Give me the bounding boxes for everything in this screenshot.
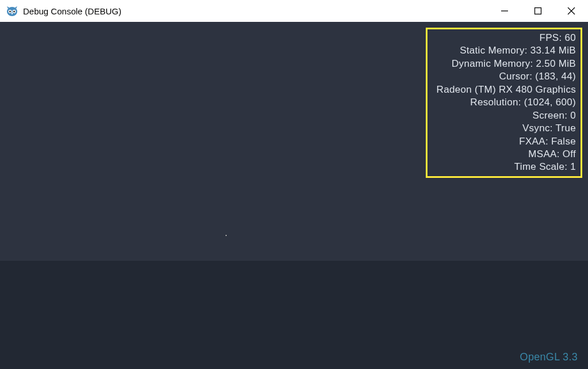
stat-value: 1 [570, 161, 576, 172]
resolution-stat: Resolution: (1024, 600) [437, 96, 576, 109]
cursor-indicator [226, 235, 227, 236]
svg-rect-7 [535, 8, 541, 14]
stat-value: False [551, 136, 576, 147]
stat-label: FPS [539, 32, 559, 43]
stat-label: Static Memory [460, 45, 525, 56]
static-memory-stat: Static Memory: 33.14 MiB [437, 44, 576, 57]
stat-value: 2.50 MiB [536, 58, 576, 69]
fxaa-stat: FXAA: False [437, 135, 576, 148]
fps-stat: FPS: 60 [437, 32, 576, 44]
svg-point-4 [13, 11, 15, 13]
stat-label: FXAA [519, 136, 545, 147]
gpu-stat: Radeon (TM) RX 480 Graphics [437, 83, 576, 96]
screen-stat: Screen: 0 [437, 109, 576, 122]
window-controls [488, 0, 588, 22]
stat-label: Screen [533, 110, 565, 121]
stats-panel: FPS: 60 Static Memory: 33.14 MiB Dynamic… [426, 28, 582, 178]
titlebar: Debug Console (DEBUG) [0, 0, 588, 22]
stat-label: Vsync [522, 123, 550, 134]
stat-label: Time Scale [514, 161, 564, 172]
svg-rect-5 [12, 13, 13, 14]
stat-label: Dynamic Memory [452, 58, 530, 69]
time-scale-stat: Time Scale: 1 [437, 161, 576, 173]
window-title: Debug Console (DEBUG) [23, 6, 121, 16]
app-icon [6, 5, 18, 17]
svg-point-3 [9, 11, 11, 13]
stat-value: 33.14 MiB [530, 45, 576, 56]
stat-label: Resolution [470, 97, 518, 108]
stat-value: True [555, 123, 576, 134]
stat-value: (183, 44) [535, 71, 576, 82]
stat-label: MSAA [528, 149, 556, 159]
stat-value: 0 [570, 110, 576, 121]
gl-version-label: OpenGL 3.3 [520, 351, 578, 363]
msaa-stat: MSAA: Off [437, 148, 576, 161]
stat-label: Cursor [499, 71, 529, 82]
minimize-button[interactable] [488, 0, 521, 22]
close-button[interactable] [555, 0, 588, 22]
cursor-stat: Cursor: (183, 44) [437, 70, 576, 83]
dynamic-memory-stat: Dynamic Memory: 2.50 MiB [437, 58, 576, 70]
stat-value: Off [563, 149, 576, 159]
vsync-stat: Vsync: True [437, 122, 576, 135]
stat-value: (1024, 600) [524, 97, 576, 108]
maximize-button[interactable] [521, 0, 555, 22]
viewport: FPS: 60 Static Memory: 33.14 MiB Dynamic… [0, 22, 588, 369]
stat-value: 60 [564, 32, 576, 43]
